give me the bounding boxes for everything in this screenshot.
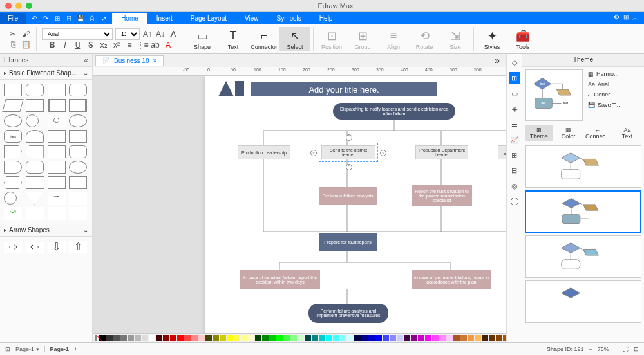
- color-swatch[interactable]: [390, 335, 396, 341]
- subtab-color[interactable]: ▦Color: [554, 125, 583, 141]
- close-window-icon[interactable]: [5, 3, 12, 9]
- zoom-level[interactable]: 75%: [598, 346, 609, 352]
- shape-predefined[interactable]: [48, 99, 66, 112]
- shape-rounded-rect[interactable]: [26, 84, 44, 96]
- color-swatch[interactable]: [177, 335, 184, 341]
- drill-icon[interactable]: ◎: [509, 180, 520, 192]
- color-swatch[interactable]: [262, 335, 269, 341]
- shape-lines[interactable]: [26, 176, 44, 189]
- shape-misc1[interactable]: [48, 176, 66, 189]
- arrow-up[interactable]: ⇧: [69, 241, 87, 253]
- color-swatch[interactable]: [255, 335, 261, 341]
- shape-ellipse2[interactable]: [69, 114, 87, 127]
- color-swatch[interactable]: [340, 335, 346, 341]
- shape-ellipse[interactable]: [4, 114, 22, 127]
- no-fill-icon[interactable]: [95, 335, 97, 341]
- subscript-icon[interactable]: x₂: [99, 40, 109, 50]
- shape-tool[interactable]: ▭Shape: [187, 27, 218, 51]
- title-block[interactable]: Add your title here.: [251, 82, 437, 96]
- color-swatch[interactable]: [128, 335, 134, 341]
- lib-section-flowchart[interactable]: Basic Flowchart Shap...⌄: [0, 67, 92, 80]
- position-tool[interactable]: ⊡Position: [316, 27, 347, 51]
- color-swatch[interactable]: [283, 335, 290, 341]
- color-swatch[interactable]: [354, 335, 361, 341]
- theme-thumb-4[interactable]: [525, 280, 641, 323]
- color-swatch[interactable]: [489, 335, 495, 341]
- node-prepare[interactable]: Prepare for fault repairs: [319, 233, 377, 251]
- tools-menu[interactable]: 🧰Tools: [507, 27, 538, 51]
- page-setup-icon[interactable]: ▭: [509, 87, 520, 99]
- node-preventive[interactable]: Perform failure analysis and implement p…: [308, 304, 388, 323]
- conn-point-left[interactable]: ×: [310, 150, 317, 156]
- align-tool[interactable]: ≡Align: [378, 27, 409, 51]
- collapse-ribbon-icon[interactable]: ︿: [632, 14, 639, 23]
- paste-icon[interactable]: 📋: [21, 39, 31, 50]
- print-icon[interactable]: ⎙: [88, 14, 97, 23]
- settings-icon[interactable]: ⚙: [614, 14, 620, 23]
- tab-symbols[interactable]: Symbols: [268, 13, 310, 24]
- save-icon[interactable]: 💾: [76, 14, 85, 23]
- superscript-icon[interactable]: x²: [111, 40, 122, 50]
- arrow-left[interactable]: ⇦: [26, 241, 44, 253]
- color-swatch[interactable]: [375, 335, 382, 341]
- tab-home[interactable]: Home: [112, 13, 147, 24]
- text-tool[interactable]: TText: [218, 27, 249, 51]
- fullscreen-icon[interactable]: ⊡: [634, 346, 639, 352]
- color-swatch[interactable]: [234, 335, 240, 341]
- color-swatch[interactable]: [113, 335, 120, 341]
- node-transient[interactable]: In case of transient failure, report the…: [240, 270, 320, 289]
- color-swatch[interactable]: [446, 335, 453, 341]
- fit-page-icon[interactable]: ⛶: [623, 346, 629, 352]
- redo-icon[interactable]: ↷: [41, 14, 50, 23]
- shape-rounded2[interactable]: [69, 84, 87, 96]
- theme-save[interactable]: 💾Save T...: [587, 100, 641, 109]
- color-swatch[interactable]: [135, 335, 141, 341]
- shape-trap[interactable]: [48, 145, 66, 158]
- color-swatch[interactable]: [496, 335, 502, 341]
- select-tool[interactable]: ↖Select: [279, 27, 310, 51]
- color-swatch[interactable]: [149, 335, 155, 341]
- shape-pill[interactable]: [69, 145, 87, 158]
- color-swatch[interactable]: [432, 335, 439, 341]
- color-swatch[interactable]: [227, 335, 233, 341]
- color-swatch[interactable]: [298, 335, 304, 341]
- color-swatch[interactable]: [312, 335, 318, 341]
- file-menu[interactable]: File: [0, 13, 26, 24]
- tab-help[interactable]: Help: [310, 13, 342, 24]
- conn-point-right[interactable]: ×: [380, 150, 386, 156]
- shape-terminator[interactable]: [26, 161, 44, 174]
- theme-color-scheme[interactable]: ▦Harmo...: [587, 69, 641, 78]
- font-size-select[interactable]: 12: [115, 28, 140, 40]
- color-swatch[interactable]: [198, 335, 205, 341]
- theme-font[interactable]: AaArial: [587, 80, 641, 89]
- node-report-fault[interactable]: Report the fault situation to the power …: [412, 185, 472, 206]
- shape-triangle[interactable]: [26, 192, 44, 205]
- color-swatch[interactable]: [326, 335, 332, 341]
- decrease-font-icon[interactable]: A↓: [155, 29, 166, 39]
- node-prod-leadership[interactable]: Production Leadership: [238, 145, 290, 159]
- color-swatch[interactable]: [482, 335, 488, 341]
- shape-rect2[interactable]: [48, 84, 66, 96]
- shape-annotation[interactable]: [69, 192, 87, 205]
- color-swatch[interactable]: [241, 335, 247, 341]
- color-swatch[interactable]: [361, 335, 368, 341]
- color-swatch[interactable]: [453, 335, 460, 341]
- shape-delay[interactable]: [4, 161, 22, 174]
- node-security[interactable]: Leader of Security Supervision Departmen…: [498, 145, 506, 159]
- lib-section-arrows[interactable]: Arrow Shapes⌄: [0, 224, 92, 237]
- shape-misc2[interactable]: [69, 176, 87, 189]
- properties-icon[interactable]: ☰: [509, 118, 520, 130]
- shape-card2[interactable]: [69, 130, 87, 143]
- color-swatch[interactable]: [319, 335, 325, 341]
- apps-icon[interactable]: ⊞: [623, 14, 629, 23]
- node-dept-leader[interactable]: Production Department Leader: [415, 145, 468, 159]
- color-swatch[interactable]: [276, 335, 283, 341]
- rotate-tool[interactable]: ⟲Rotate: [409, 27, 440, 51]
- color-swatch[interactable]: [184, 335, 191, 341]
- arrow-down[interactable]: ⇩: [48, 241, 66, 253]
- color-swatch[interactable]: [213, 335, 219, 341]
- color-swatch[interactable]: [290, 335, 297, 341]
- tab-view[interactable]: View: [236, 13, 268, 24]
- color-swatch[interactable]: [248, 335, 254, 341]
- color-swatch[interactable]: [347, 335, 354, 341]
